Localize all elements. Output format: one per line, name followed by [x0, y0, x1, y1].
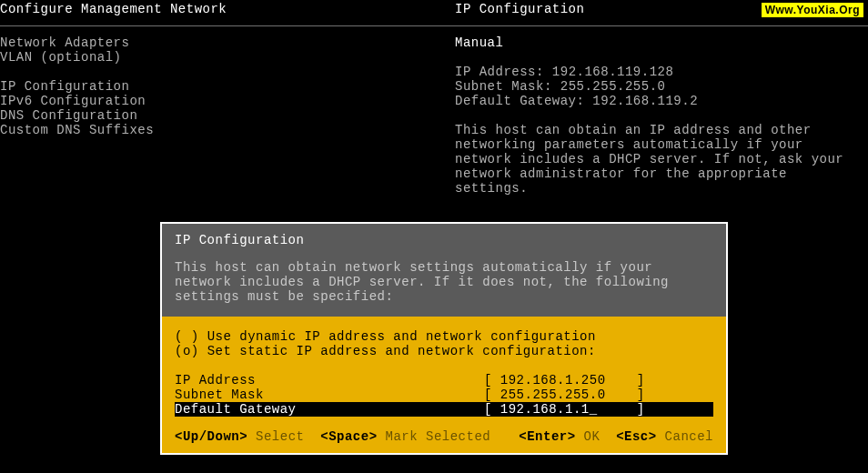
dialog-header: IP Configuration This host can obtain ne… — [162, 224, 726, 317]
dialog-title: IP Configuration — [175, 233, 713, 247]
header-title-left: Configure Management Network — [0, 2, 455, 16]
menu-item-dns-config[interactable]: DNS Configuration — [0, 108, 455, 123]
action-mark: Mark Selected — [385, 429, 490, 444]
field-mask-value[interactable]: 255.255.255.0 — [500, 387, 637, 402]
mask-value: 255.255.255.0 — [560, 79, 666, 94]
field-block: IP Address [ 192.168.1.250 ] Subnet Mask… — [175, 373, 713, 417]
key-enter: <Enter> — [519, 429, 575, 444]
field-ip-value[interactable]: 192.168.1.250 — [500, 373, 637, 387]
field-ip-address[interactable]: IP Address [ 192.168.1.250 ] — [175, 373, 713, 387]
action-ok: OK — [584, 429, 601, 444]
gw-value: 192.168.119.2 — [592, 94, 698, 108]
left-menu: Network Adapters VLAN (optional) IP Conf… — [0, 35, 455, 196]
body: Network Adapters VLAN (optional) IP Conf… — [0, 35, 868, 196]
info-mask: Subnet Mask: 255.255.255.0 — [455, 79, 868, 94]
bracket-close-icon: ] — [637, 387, 645, 402]
mode-label: Manual — [455, 35, 868, 50]
cursor-icon: _ — [590, 402, 598, 417]
menu-spacer — [0, 65, 455, 79]
dialog-body: ( ) Use dynamic IP address and network c… — [162, 317, 726, 417]
watermark-badge: Www.YouXia.Org — [761, 2, 864, 18]
key-esc: <Esc> — [616, 429, 657, 444]
screen: Configure Management Network IP Configur… — [0, 0, 868, 473]
menu-item-custom-dns[interactable]: Custom DNS Suffixes — [0, 123, 455, 137]
ip-config-dialog: IP Configuration This host can obtain ne… — [160, 222, 728, 455]
info-spacer — [455, 50, 868, 65]
info-gw: Default Gateway: 192.168.119.2 — [455, 94, 868, 108]
field-default-gateway[interactable]: Default Gateway [ 192.168.1.1_ ] — [175, 402, 713, 417]
header: Configure Management Network IP Configur… — [0, 0, 868, 20]
header-divider — [0, 25, 868, 26]
info-paragraph: This host can obtain an IP address and o… — [455, 123, 855, 196]
bracket-open-icon: [ — [484, 373, 500, 387]
option-static-label: Set static IP address and network config… — [207, 344, 596, 358]
bracket-open-icon: [ — [484, 402, 500, 417]
mask-label: Subnet Mask: — [455, 79, 552, 94]
dialog-description: This host can obtain network settings au… — [175, 260, 713, 304]
dialog-footer: <Up/Down> Select <Space> Mark Selected <… — [162, 417, 726, 453]
field-mask-label: Subnet Mask — [175, 387, 484, 402]
right-panel: Manual IP Address: 192.168.119.128 Subne… — [455, 35, 868, 196]
field-subnet-mask[interactable]: Subnet Mask [ 255.255.255.0 ] — [175, 387, 713, 402]
action-select: Select — [256, 429, 304, 444]
radio-unselected-icon: ( ) — [175, 329, 199, 344]
key-updown: <Up/Down> — [175, 429, 247, 444]
bracket-close-icon: ] — [637, 373, 645, 387]
action-cancel: Cancel — [665, 429, 713, 444]
field-ip-label: IP Address — [175, 373, 484, 387]
footer-left: <Up/Down> Select <Space> Mark Selected — [175, 429, 519, 444]
menu-item-ipv6-config[interactable]: IPv6 Configuration — [0, 94, 455, 108]
field-gw-label: Default Gateway — [175, 402, 484, 417]
key-space: <Space> — [320, 429, 377, 444]
gw-label: Default Gateway: — [455, 94, 584, 108]
option-static[interactable]: (o) Set static IP address and network co… — [175, 344, 713, 358]
menu-item-vlan[interactable]: VLAN (optional) — [0, 50, 455, 65]
field-gw-value[interactable]: 192.168.1.1_ — [500, 402, 637, 417]
menu-item-ip-config[interactable]: IP Configuration — [0, 79, 455, 94]
radio-selected-icon: (o) — [175, 344, 199, 358]
bracket-open-icon: [ — [484, 387, 500, 402]
menu-item-network-adapters[interactable]: Network Adapters — [0, 35, 455, 50]
option-dynamic-label: Use dynamic IP address and network confi… — [207, 329, 596, 344]
info-ip: IP Address: 192.168.119.128 — [455, 65, 868, 79]
footer-right: <Enter> OK <Esc> Cancel — [519, 429, 713, 444]
option-dynamic[interactable]: ( ) Use dynamic IP address and network c… — [175, 329, 713, 344]
bracket-close-icon: ] — [637, 402, 645, 417]
ip-label: IP Address: — [455, 65, 544, 79]
ip-value: 192.168.119.128 — [552, 65, 674, 79]
